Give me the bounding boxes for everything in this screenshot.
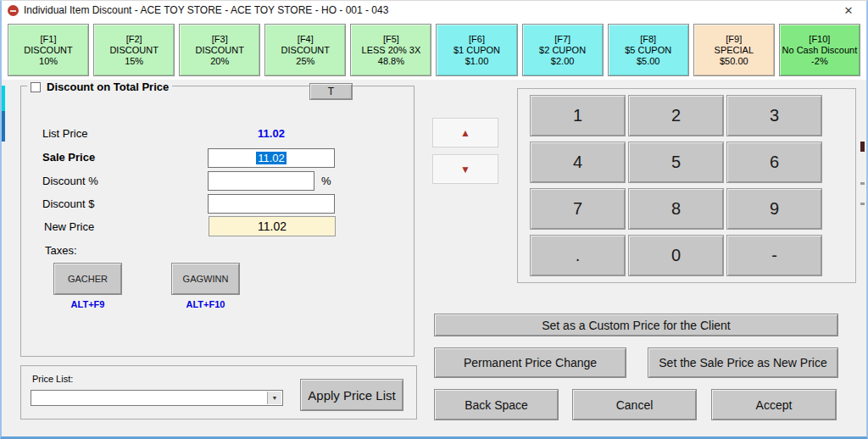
title-bar: Individual Item Discount - ACE TOY STORE… bbox=[2, 1, 866, 19]
taxes-label: Taxes: bbox=[45, 244, 77, 257]
numpad-key-2[interactable]: 2 bbox=[628, 95, 724, 136]
fkey-value-label: 25% bbox=[296, 56, 314, 67]
fkey-value-label: $5.00 bbox=[637, 56, 660, 67]
fkey-key-label: [F2] bbox=[126, 34, 142, 45]
edge-artifact-dark bbox=[860, 142, 865, 152]
numpad-key-5[interactable]: 5 bbox=[628, 142, 724, 183]
list-price-value: 11.02 bbox=[208, 127, 335, 140]
window-title: Individual Item Discount - ACE TOY STORE… bbox=[24, 4, 388, 16]
numpad-key-minus[interactable]: - bbox=[726, 235, 822, 276]
fkey-key-label: [F3] bbox=[212, 34, 228, 45]
new-price-value: 11.02 bbox=[209, 216, 336, 236]
fkey-value-label: $50.00 bbox=[720, 56, 748, 67]
numpad-key-9[interactable]: 9 bbox=[726, 188, 822, 230]
fkey-name-label: $5 CUPON bbox=[625, 45, 671, 56]
discount-percent-label: Discount % bbox=[42, 175, 98, 187]
edge-artifact-cyan bbox=[2, 86, 5, 111]
gagwinn-shortcut-label: ALT+F10 bbox=[171, 299, 240, 309]
edge-artifact-blue bbox=[2, 111, 5, 142]
price-list-label: Price List: bbox=[32, 374, 73, 384]
fkey-value-label: 48.8% bbox=[378, 56, 404, 67]
fkey-button-f2[interactable]: [F2]DISCOUNT15% bbox=[93, 24, 175, 76]
fkey-button-f3[interactable]: [F3]DISCOUNT20% bbox=[179, 24, 260, 76]
arrow-up-icon: ▲ bbox=[460, 127, 470, 139]
fkey-button-f1[interactable]: [F1]DISCOUNT10% bbox=[8, 24, 89, 76]
fkey-value-label: 20% bbox=[210, 56, 229, 67]
edge-artifact-tick2 bbox=[860, 203, 865, 205]
fkey-button-f6[interactable]: [F6]$1 CUPON$1.00 bbox=[436, 24, 517, 76]
numpad-key-4[interactable]: 4 bbox=[530, 142, 626, 183]
fkey-key-label: [F5] bbox=[383, 34, 399, 45]
set-sale-price-as-new-price-button[interactable]: Set the Sale Price as New Price bbox=[648, 347, 838, 378]
discount-on-total-price-row: Discount on Total Price bbox=[27, 81, 172, 93]
fkey-name-label: $2 CUPON bbox=[539, 45, 586, 56]
edge-artifact-tick1 bbox=[860, 182, 865, 185]
sale-price-input[interactable]: 11.02 bbox=[208, 148, 335, 168]
spin-up-button[interactable]: ▲ bbox=[432, 118, 498, 147]
list-price-label: List Price bbox=[42, 127, 87, 140]
fkey-name-label: DISCOUNT bbox=[24, 45, 72, 56]
individual-item-discount-dialog: Individual Item Discount - ACE TOY STORE… bbox=[0, 0, 868, 439]
fkey-key-label: [F9] bbox=[726, 34, 742, 45]
t-button[interactable]: T bbox=[309, 83, 353, 100]
fkey-value-label: 10% bbox=[39, 56, 58, 67]
app-logo-icon bbox=[8, 5, 19, 16]
apply-price-list-button[interactable]: Apply Price List bbox=[300, 379, 403, 411]
fkey-button-f8[interactable]: [F8]$5 CUPON$5.00 bbox=[608, 24, 689, 76]
set-custom-price-button[interactable]: Set as a Custom Price for the Client bbox=[434, 314, 838, 336]
spin-down-button[interactable]: ▼ bbox=[432, 154, 498, 184]
gacher-shortcut-label: ALT+F9 bbox=[53, 299, 122, 309]
fkey-button-f4[interactable]: [F4]DISCOUNT25% bbox=[264, 24, 346, 76]
sale-price-label: Sale Price bbox=[42, 151, 95, 164]
numpad-panel: 123456789.0- bbox=[517, 88, 856, 283]
combobox-dropdown-icon[interactable]: ▼ bbox=[267, 392, 281, 404]
discount-percent-field bbox=[208, 171, 314, 191]
sale-price-selected-text: 11.02 bbox=[256, 152, 287, 164]
numpad-grid: 123456789.0- bbox=[530, 95, 822, 276]
fkey-value-label: -2% bbox=[811, 56, 828, 67]
permanent-price-change-button[interactable]: Permanent Price Change bbox=[434, 347, 626, 378]
fkey-name-label: LESS 20% 3X bbox=[362, 45, 421, 56]
discount-dollar-field bbox=[208, 194, 335, 214]
fkey-name-label: $1 CUPON bbox=[453, 45, 500, 56]
fkey-value-label: $2.00 bbox=[551, 56, 575, 67]
price-list-combobox[interactable]: ▼ bbox=[31, 390, 283, 406]
close-icon[interactable]: ✕ bbox=[837, 1, 860, 19]
discount-on-total-price-checkbox[interactable] bbox=[31, 82, 41, 92]
gacher-button[interactable]: GACHER bbox=[53, 263, 122, 295]
fkey-name-label: No Cash Discount bbox=[782, 45, 858, 56]
discount-on-total-price-label: Discount on Total Price bbox=[47, 81, 169, 93]
fkey-key-label: [F1] bbox=[41, 34, 57, 45]
fkey-name-label: DISCOUNT bbox=[281, 45, 330, 56]
numpad-key-dot[interactable]: . bbox=[530, 235, 626, 276]
percent-suffix: % bbox=[321, 175, 331, 187]
back-space-button[interactable]: Back Space bbox=[434, 389, 559, 420]
numpad-key-6[interactable]: 6 bbox=[726, 142, 822, 183]
discount-percent-input[interactable] bbox=[209, 172, 314, 190]
fkey-name-label: DISCOUNT bbox=[109, 45, 158, 56]
fkey-key-label: [F10] bbox=[809, 34, 830, 45]
numpad-key-1[interactable]: 1 bbox=[530, 95, 626, 136]
numpad-key-3[interactable]: 3 bbox=[726, 95, 822, 136]
function-key-row: [F1]DISCOUNT10%[F2]DISCOUNT15%[F3]DISCOU… bbox=[2, 19, 866, 80]
fkey-button-f7[interactable]: [F7]$2 CUPON$2.00 bbox=[522, 24, 604, 76]
fkey-button-f9[interactable]: [F9]SPECIAL$50.00 bbox=[693, 24, 775, 76]
fkey-value-label: 15% bbox=[125, 56, 143, 67]
fkey-button-f5[interactable]: [F5]LESS 20% 3X48.8% bbox=[350, 24, 431, 76]
numpad-key-7[interactable]: 7 bbox=[530, 188, 626, 230]
discount-dollar-input[interactable] bbox=[209, 195, 334, 213]
cancel-button[interactable]: Cancel bbox=[572, 389, 697, 420]
gagwinn-button[interactable]: GAGWINN bbox=[171, 263, 240, 295]
numpad-key-8[interactable]: 8 bbox=[628, 188, 724, 230]
fkey-name-label: DISCOUNT bbox=[196, 45, 244, 56]
fkey-value-label: $1.00 bbox=[465, 56, 489, 67]
accept-button[interactable]: Accept bbox=[711, 389, 837, 420]
fkey-key-label: [F4] bbox=[298, 34, 314, 45]
fkey-button-f10[interactable]: [F10]No Cash Discount-2% bbox=[779, 24, 860, 76]
fkey-key-label: [F8] bbox=[640, 34, 656, 45]
fkey-key-label: [F7] bbox=[554, 34, 570, 45]
fkey-key-label: [F6] bbox=[469, 34, 485, 45]
discount-dollar-label: Discount $ bbox=[42, 197, 94, 210]
new-price-label: New Price bbox=[44, 220, 94, 233]
numpad-key-0[interactable]: 0 bbox=[628, 235, 724, 276]
